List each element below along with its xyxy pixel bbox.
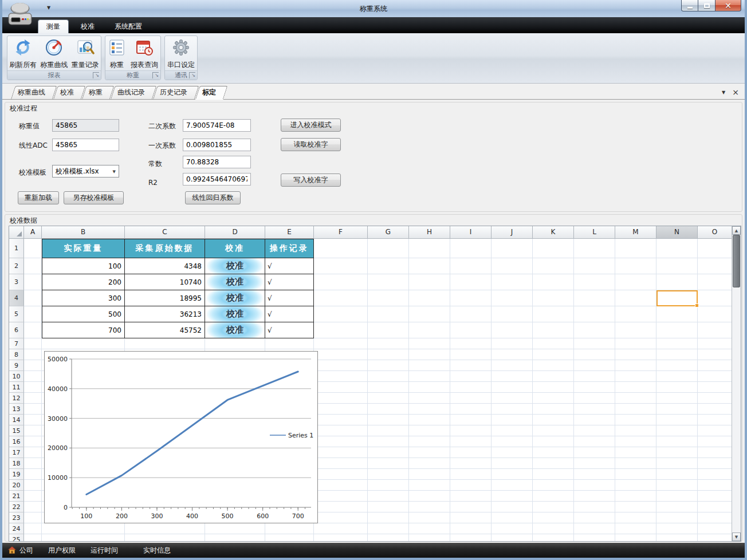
tab-close-icon[interactable]: × bbox=[732, 88, 739, 96]
grid-cell[interactable] bbox=[42, 534, 125, 542]
grid-cell[interactable] bbox=[368, 458, 409, 469]
grid-cell[interactable]: 100 bbox=[42, 258, 125, 274]
grid-cell[interactable] bbox=[698, 425, 732, 436]
grid-cell[interactable] bbox=[314, 349, 368, 360]
minimize-button[interactable] bbox=[681, 0, 698, 11]
grid-cell[interactable] bbox=[698, 480, 732, 491]
column-header-C[interactable]: C bbox=[125, 226, 205, 239]
tab-history-record[interactable]: 历史记录 bbox=[150, 86, 195, 99]
grid-cell[interactable]: √ bbox=[265, 322, 314, 338]
grid-cell[interactable] bbox=[24, 415, 42, 425]
grid-cell[interactable] bbox=[492, 512, 533, 523]
grid-cell[interactable] bbox=[265, 523, 314, 534]
grid-cell[interactable] bbox=[533, 534, 574, 542]
row-header-17[interactable]: 17 bbox=[9, 447, 24, 458]
grid-cell[interactable]: 500 bbox=[42, 306, 125, 322]
grid-cell[interactable] bbox=[656, 425, 698, 436]
grid-cell[interactable] bbox=[656, 349, 698, 360]
grid-cell[interactable] bbox=[205, 338, 265, 349]
grid-cell[interactable] bbox=[698, 393, 732, 404]
grid-cell[interactable] bbox=[450, 425, 492, 436]
grid-cell[interactable] bbox=[615, 306, 656, 322]
linear-adc-field[interactable] bbox=[52, 139, 119, 151]
grid-cell[interactable] bbox=[24, 382, 42, 393]
grid-cell[interactable] bbox=[450, 491, 492, 502]
row-header-7[interactable]: 7 bbox=[9, 338, 24, 349]
column-header-F[interactable]: F bbox=[314, 226, 368, 239]
grid-cell[interactable] bbox=[314, 382, 368, 393]
grid-cell[interactable] bbox=[24, 371, 42, 382]
row-header-24[interactable]: 24 bbox=[9, 523, 24, 534]
grid-cell[interactable] bbox=[409, 469, 450, 480]
grid-cell[interactable] bbox=[656, 534, 698, 542]
grid-cell[interactable] bbox=[450, 306, 492, 322]
row-header-15[interactable]: 15 bbox=[9, 425, 24, 436]
grid-cell[interactable] bbox=[656, 436, 698, 447]
grid-cell[interactable] bbox=[450, 415, 492, 425]
column-header-K[interactable]: K bbox=[533, 226, 574, 239]
row-header-3[interactable]: 3 bbox=[9, 274, 24, 290]
grid-cell[interactable] bbox=[409, 349, 450, 360]
grid-cell[interactable] bbox=[409, 458, 450, 469]
grid-cell[interactable] bbox=[615, 523, 656, 534]
grid-cell[interactable] bbox=[24, 322, 42, 338]
row-header-9[interactable]: 9 bbox=[9, 360, 24, 371]
column-header-I[interactable]: I bbox=[450, 226, 492, 239]
calibrate-button[interactable]: 校准 bbox=[205, 306, 265, 322]
grid-cell[interactable] bbox=[450, 393, 492, 404]
grid-cell[interactable] bbox=[533, 393, 574, 404]
table-header-cell[interactable]: 采集原始数据 bbox=[125, 239, 205, 258]
row-header-21[interactable]: 21 bbox=[9, 491, 24, 502]
grid-cell[interactable] bbox=[574, 322, 615, 338]
grid-cell[interactable] bbox=[368, 436, 409, 447]
grid-cell[interactable] bbox=[314, 404, 368, 415]
tab-weigh[interactable]: 称重 bbox=[79, 86, 110, 99]
grid-cell[interactable] bbox=[698, 371, 732, 382]
grid-cell[interactable] bbox=[492, 415, 533, 425]
grid-cell[interactable] bbox=[615, 274, 656, 290]
grid-cell[interactable] bbox=[409, 415, 450, 425]
grid-cell[interactable] bbox=[698, 338, 732, 349]
grid-cell[interactable] bbox=[409, 436, 450, 447]
grid-cell[interactable] bbox=[450, 322, 492, 338]
grid-cell[interactable] bbox=[42, 523, 125, 534]
grid-cell[interactable] bbox=[533, 502, 574, 512]
grid-cell[interactable] bbox=[314, 239, 368, 258]
app-menu-button[interactable] bbox=[6, 2, 34, 29]
grid-cell[interactable] bbox=[492, 523, 533, 534]
grid-cell[interactable] bbox=[314, 322, 368, 338]
grid-cell[interactable]: 700 bbox=[42, 322, 125, 338]
grid-cell[interactable] bbox=[368, 512, 409, 523]
grid-cell[interactable] bbox=[450, 469, 492, 480]
grid-cell[interactable] bbox=[615, 480, 656, 491]
grid-cell[interactable] bbox=[492, 382, 533, 393]
grid-cell[interactable] bbox=[314, 274, 368, 290]
grid-cell[interactable] bbox=[574, 447, 615, 458]
grid-cell[interactable] bbox=[574, 338, 615, 349]
grid-cell[interactable] bbox=[492, 480, 533, 491]
grid-cell[interactable] bbox=[450, 338, 492, 349]
grid-cell[interactable] bbox=[368, 382, 409, 393]
grid-cell[interactable] bbox=[314, 502, 368, 512]
grid-cell[interactable] bbox=[125, 523, 205, 534]
grid-cell[interactable] bbox=[450, 447, 492, 458]
column-header-O[interactable]: O bbox=[698, 226, 732, 239]
grid-cell[interactable] bbox=[24, 404, 42, 415]
grid-cell[interactable]: 校准 bbox=[205, 306, 265, 322]
grid-cell[interactable] bbox=[574, 425, 615, 436]
grid-cell[interactable] bbox=[492, 469, 533, 480]
selected-cell[interactable] bbox=[656, 290, 698, 306]
calibrate-button[interactable]: 校准 bbox=[205, 274, 265, 290]
ribbon-tab-system-config[interactable]: 系统配置 bbox=[107, 19, 150, 33]
grid-cell[interactable] bbox=[492, 447, 533, 458]
grid-cell[interactable] bbox=[368, 290, 409, 306]
grid-cell[interactable] bbox=[368, 306, 409, 322]
grid-cell[interactable] bbox=[409, 322, 450, 338]
grid-cell[interactable] bbox=[533, 371, 574, 382]
grid-cell[interactable]: 300 bbox=[42, 290, 125, 306]
dialog-launcher-icon[interactable]: ↘ bbox=[189, 72, 195, 78]
grid-cell[interactable] bbox=[656, 523, 698, 534]
grid-cell[interactable] bbox=[314, 480, 368, 491]
grid-cell[interactable] bbox=[533, 306, 574, 322]
r2-field[interactable] bbox=[183, 173, 251, 186]
